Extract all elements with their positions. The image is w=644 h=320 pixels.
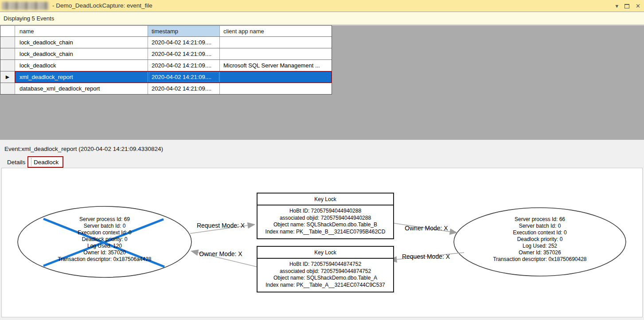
process-right-line: Server process Id: 66 bbox=[493, 216, 586, 223]
table-row-selected[interactable]: ▶ xml_deadlock_report 2020-04-02 14:21:0… bbox=[0, 71, 332, 83]
cell-timestamp[interactable]: 2020-04-02 14:21:09.... bbox=[148, 71, 220, 83]
table-header-row: name timestamp client app name bbox=[0, 26, 332, 36]
cell-name[interactable]: lock_deadlock_chain bbox=[15, 37, 148, 48]
tab-deadlock-label: Deadlock bbox=[34, 159, 59, 166]
tab-details[interactable]: Details bbox=[5, 158, 27, 167]
cell-timestamp[interactable]: 2020-04-02 14:21:09.... bbox=[148, 48, 220, 59]
process-right-line: Deadlock priority: 0 bbox=[493, 236, 586, 243]
window-title: - Demo_DeadLockCapture: event_file bbox=[52, 2, 152, 9]
event-count-bar: Displaying 5 Events bbox=[0, 12, 644, 25]
deadlock-graph-canvas: Server process Id: 69 Server batch Id: 0… bbox=[1, 168, 643, 317]
table-row[interactable]: lock_deadlock_chain 2020-04-02 14:21:09.… bbox=[0, 48, 332, 59]
column-header-name[interactable]: name bbox=[15, 26, 148, 36]
process-left-line: Server batch Id: 0 bbox=[58, 223, 151, 229]
edge-label-owner-bottom-left: Owner Mode: X bbox=[199, 250, 242, 257]
cell-timestamp[interactable]: 2020-04-02 14:21:09.... bbox=[148, 83, 220, 94]
redacted-server-name bbox=[2, 2, 49, 10]
process-right-line: Server batch Id: 0 bbox=[493, 223, 586, 229]
process-left-line: Execution context Id: 0 bbox=[58, 229, 151, 236]
grid-workspace: name timestamp client app name lock_dead… bbox=[0, 25, 644, 140]
dropdown-icon[interactable]: ▾ bbox=[616, 3, 619, 9]
cell-client-app-name[interactable] bbox=[220, 37, 332, 48]
table-row[interactable]: lock_deadlock_chain 2020-04-02 14:21:09.… bbox=[0, 36, 332, 48]
table-row[interactable]: lock_deadlock 2020-04-02 14:21:09.... Mi… bbox=[0, 59, 332, 71]
process-right-line: Transaction descriptor: 0x18750690428 bbox=[493, 256, 586, 263]
process-left-line: Transaction descriptor: 0x187506a4428 bbox=[58, 256, 151, 263]
edge-label-request-top-left: Request Mode: X bbox=[197, 222, 245, 229]
process-left-line: Deadlock priority: 0 bbox=[58, 236, 151, 243]
cell-name[interactable]: lock_deadlock_chain bbox=[15, 48, 148, 59]
title-bar: - Demo_DeadLockCapture: event_file ▾ ✕ bbox=[0, 0, 644, 12]
event-detail-title: Event:xml_deadlock_report (2020-04-02 14… bbox=[4, 146, 163, 152]
resource-top-info: HoBt ID: 72057594044940288 associated ob… bbox=[258, 205, 393, 235]
xevent-viewer-window: - Demo_DeadLockCapture: event_file ▾ ✕ D… bbox=[0, 0, 644, 320]
process-right-info: Server process Id: 66 Server batch Id: 0… bbox=[493, 216, 586, 263]
cell-client-app-name[interactable] bbox=[220, 83, 332, 94]
window-controls: ▾ ✕ bbox=[616, 0, 640, 12]
resource-bottom-line: Object name: SQLShackDemo.dbo.Table_A bbox=[258, 275, 393, 282]
resource-top-title: Key Lock bbox=[258, 194, 393, 205]
current-row-indicator-icon: ▶ bbox=[6, 74, 9, 80]
column-header-client-app-name[interactable]: client app name bbox=[220, 26, 332, 36]
process-left-line: Server process Id: 69 bbox=[58, 216, 151, 223]
maximize-icon[interactable] bbox=[624, 4, 629, 8]
resource-top-line: HoBt ID: 72057594044940288 bbox=[258, 208, 393, 215]
row-selector-cell[interactable] bbox=[0, 83, 15, 94]
cell-timestamp[interactable]: 2020-04-02 14:21:09.... bbox=[148, 60, 220, 71]
resource-bottom-line: HoBt ID: 72057594044874752 bbox=[258, 261, 393, 268]
process-left-line: Owner Id: 357020 bbox=[58, 249, 151, 256]
edge-label-request-bottom-right: Request Mode: X bbox=[402, 253, 450, 260]
resource-top-line: Object name: SQLShackDemo.dbo.Table_B bbox=[258, 221, 393, 229]
cell-client-app-name[interactable] bbox=[220, 71, 332, 83]
column-header-timestamp[interactable]: timestamp bbox=[148, 26, 220, 36]
row-selector-cell[interactable] bbox=[0, 37, 15, 48]
process-right-line: Execution context Id: 0 bbox=[493, 229, 586, 236]
row-selector-cell[interactable]: ▶ bbox=[0, 71, 15, 83]
cell-name[interactable]: lock_deadlock bbox=[15, 60, 148, 71]
process-left-info: Server process Id: 69 Server batch Id: 0… bbox=[58, 216, 151, 263]
resource-bottom-line: associated objid: 72057594044874752 bbox=[258, 268, 393, 275]
tab-deadlock[interactable]: Deadlock bbox=[27, 156, 63, 168]
cell-name[interactable]: xml_deadlock_report bbox=[15, 71, 148, 83]
resource-node-top: Key Lock HoBt ID: 72057594044940288 asso… bbox=[257, 193, 394, 239]
process-left-line: Log Used: 120 bbox=[58, 243, 151, 249]
event-detail-panel: Event:xml_deadlock_report (2020-04-02 14… bbox=[0, 140, 644, 320]
resource-top-line: associated objid: 72057594044940288 bbox=[258, 215, 393, 222]
resource-bottom-info: HoBt ID: 72057594044874752 associated ob… bbox=[258, 259, 393, 288]
row-selector-cell[interactable] bbox=[0, 60, 15, 71]
process-right-line: Log Used: 252 bbox=[493, 243, 586, 249]
resource-bottom-line: Index name: PK__Table_A__3214EC0744C9C53… bbox=[258, 282, 393, 289]
cell-client-app-name[interactable]: Microsoft SQL Server Management ... bbox=[220, 60, 332, 71]
cell-name[interactable]: database_xml_deadlock_report bbox=[15, 83, 148, 94]
process-right-line: Owner Id: 357026 bbox=[493, 249, 586, 256]
row-selector-header bbox=[0, 26, 15, 36]
cell-timestamp[interactable]: 2020-04-02 14:21:09.... bbox=[148, 37, 220, 48]
events-table: name timestamp client app name lock_dead… bbox=[0, 25, 332, 95]
edge-label-owner-top-right: Owner Mode: X bbox=[405, 225, 448, 232]
resource-bottom-title: Key Lock bbox=[258, 247, 393, 259]
event-count-text: Displaying 5 Events bbox=[4, 15, 54, 22]
cell-client-app-name[interactable] bbox=[220, 48, 332, 59]
tab-focus-dots bbox=[31, 158, 31, 166]
table-row[interactable]: database_xml_deadlock_report 2020-04-02 … bbox=[0, 83, 332, 94]
close-icon[interactable]: ✕ bbox=[636, 3, 640, 9]
resource-node-bottom: Key Lock HoBt ID: 72057594044874752 asso… bbox=[257, 246, 394, 292]
row-selector-cell[interactable] bbox=[0, 48, 15, 59]
resource-top-line: Index name: PK__Table_B__3214EC0795B462C… bbox=[258, 229, 393, 236]
